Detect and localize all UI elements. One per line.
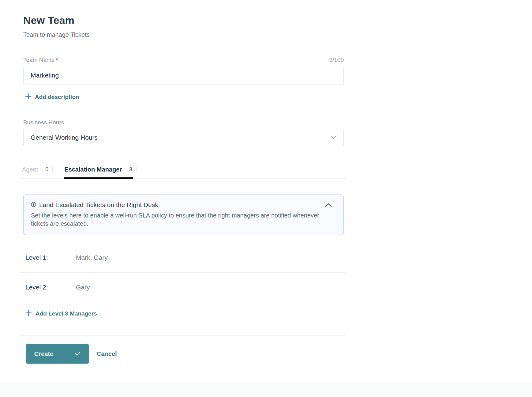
tab-escalation-manager-count-badge: 3 — [125, 165, 137, 174]
team-name-field-header: Team Name* 9/100 — [23, 56, 344, 64]
team-name-label: Team Name* — [23, 56, 58, 64]
add-level-3-managers-link[interactable]: Add Level 3 Managers — [25, 310, 97, 317]
create-button[interactable]: Create — [26, 344, 89, 364]
member-tabs: Agent 0 Escalation Manager 3 — [20, 165, 347, 179]
cancel-button[interactable]: Cancel — [97, 350, 117, 357]
chevron-down-icon — [331, 135, 337, 140]
new-team-form: New Team Team to manage Tickets Team Nam… — [23, 0, 344, 364]
tab-escalation-manager-label: Escalation Manager — [64, 166, 122, 173]
escalation-levels: Level 1: Mark, Gary Level 2: Gary — [20, 235, 345, 299]
business-hours-select[interactable]: General Working Hours — [23, 128, 344, 147]
create-button-label: Create — [34, 350, 53, 357]
page-title: New Team — [23, 13, 344, 27]
team-name-input[interactable] — [23, 66, 344, 85]
escalation-info-panel: Land Escalated Tickets on the Right Desk… — [23, 195, 344, 235]
tab-agent-count-badge: 0 — [41, 165, 53, 174]
chevron-up-icon[interactable] — [321, 202, 336, 208]
check-icon — [75, 350, 81, 357]
level-2-label: Level 2: — [25, 284, 76, 291]
info-panel-body: Set the levels here to enable a well-run… — [31, 211, 322, 228]
level-2-row: Level 2: Gary — [20, 273, 345, 299]
tab-agent-label: Agent — [22, 166, 38, 173]
plus-icon — [25, 310, 32, 317]
level-1-label: Level 1: — [25, 254, 76, 261]
business-hours-label: Business Hours — [23, 119, 344, 126]
level-1-row: Level 1: Mark, Gary — [20, 235, 345, 273]
level-1-managers: Mark, Gary — [76, 254, 108, 261]
divider — [20, 335, 345, 336]
level-2-managers: Gary — [76, 284, 90, 291]
tab-escalation-manager[interactable]: Escalation Manager 3 — [64, 165, 137, 178]
info-panel-title: Land Escalated Tickets on the Right Desk — [39, 200, 158, 210]
plus-icon — [25, 93, 31, 100]
add-level-3-managers-label: Add Level 3 Managers — [36, 310, 97, 317]
char-counter: 9/100 — [329, 57, 344, 63]
info-icon — [31, 202, 36, 208]
footer-band — [0, 382, 532, 397]
form-actions: Create Cancel — [26, 344, 344, 364]
add-description-link[interactable]: Add description — [25, 93, 79, 100]
add-description-label: Add description — [35, 94, 79, 100]
escalation-info-header: Land Escalated Tickets on the Right Desk — [31, 200, 336, 210]
tab-agent[interactable]: Agent 0 — [22, 165, 53, 178]
required-asterisk: * — [56, 57, 58, 63]
business-hours-selected-value: General Working Hours — [31, 134, 98, 141]
page-subtitle: Team to manage Tickets — [23, 31, 344, 39]
